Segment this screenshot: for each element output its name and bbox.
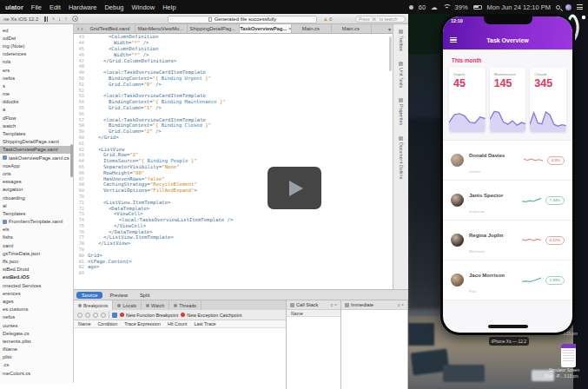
column-header[interactable]: Last Trace [194,321,215,326]
view-tab[interactable]: Split [135,292,155,299]
code-line[interactable]: 69VerticalOptions="FillAndExpand"> [74,188,393,194]
view-tab[interactable]: Preview [104,292,133,299]
sidebar-item[interactable]: ShippingDetailPage.xaml [0,138,73,146]
pause-button[interactable] [44,16,48,22]
call-stack-column[interactable]: Name [287,310,340,317]
spotlight-icon[interactable] [556,5,560,10]
menu-item[interactable]: Window [132,3,155,11]
sidebar-item[interactable]: a [0,106,73,114]
code-line[interactable]: 61 [74,140,393,146]
call-stack-body[interactable] [287,317,340,389]
code-line[interactable]: 63Grid.Row="2" [74,152,393,158]
app-menu-simulator[interactable]: ulator [5,3,23,11]
debug-tab[interactable]: Breakpoints [74,300,113,310]
code-line[interactable]: 60</Grid> [74,135,393,141]
code-line[interactable]: 70 [74,194,393,200]
gear-icon[interactable] [72,16,78,22]
sidebar-item[interactable]: ddocks [0,98,73,106]
sidebar-item[interactable]: ed [0,26,73,34]
sidebar-item[interactable]: Delegate.cs [0,329,73,337]
sidebar-item[interactable]: stBed.Droid [0,266,73,274]
toolbar-circle-button[interactable] [77,313,83,318]
view-tab[interactable]: Source [76,292,102,299]
immediate-body[interactable] [341,310,407,389]
code-line[interactable]: 75</ViewCell> [74,223,393,229]
code-line[interactable]: 78</ListView> [74,241,393,247]
menu-clock[interactable]: Mon Jun 24 12:10 PM [487,3,551,11]
code-line[interactable]: 46Width="*" /> [74,51,393,57]
stat-card[interactable]: Closed 345 [530,68,566,132]
pad-tab[interactable]: Toolbox [399,30,404,51]
sidebar-item[interactable]: Templates [0,209,73,217]
sidebar-item[interactable]: al [0,201,73,209]
editor-scrollbar[interactable] [389,36,392,71]
step-into-icon[interactable]: ↓ [58,16,62,22]
play-overlay-button[interactable] [268,167,321,209]
sidebar-item[interactable]: .cs [0,361,73,369]
code-line[interactable]: 68CachingStrategy="RecycleElement" [74,181,393,188]
editor-tab[interactable]: TaskOverviewPag... × [240,24,292,33]
toolbar-circle-button[interactable] [93,313,98,318]
editor-tab[interactable]: ShippingDetailPag... [188,24,240,33]
home-indicator[interactable] [488,325,528,328]
code-line[interactable]: 55Grid.Column="1" /> [74,105,393,111]
menu-item[interactable]: Debug [104,3,123,11]
code-line[interactable]: 64ItemsSource="{ Binding People }" [74,158,393,164]
menu-item[interactable]: File [31,3,42,11]
code-line[interactable]: 48 [74,63,393,69]
breakpoint-action-button[interactable]: New Function Breakpoint [120,313,178,318]
code-line[interactable]: 52 [74,87,393,93]
toolbar-circle-button[interactable] [85,313,90,318]
checkbox-icon[interactable] [112,313,117,318]
code-line[interactable]: 80Grid> [74,252,393,258]
sidebar-item[interactable]: Templates [0,129,73,137]
breakpoints-list-body[interactable] [74,328,286,389]
editor-tab[interactable]: MainMenuViewMo... [135,24,188,33]
person-row[interactable]: Janis Spector Inspector 7.34% [443,181,572,221]
record-icon[interactable] [409,5,413,10]
code-line[interactable]: 44Width="*" /> [74,40,393,46]
tab-nav-back-forward[interactable]: ‹ › [74,24,87,33]
code-line[interactable]: 43<ColumnDefinition [74,34,393,40]
code-line[interactable]: 74<local:TasksOverviewListItemTemplate /… [74,217,393,223]
sidebar-scrollbar[interactable] [70,144,73,177]
sidebar-item[interactable]: nboarding [0,194,73,201]
stat-card[interactable]: Maintenance 145 [490,68,526,132]
debug-tab[interactable]: Locals [113,300,142,310]
code-line[interactable]: 51Grid.Column="0" /> [74,81,393,87]
code-line[interactable]: 56 [74,110,393,116]
tab-close-icon[interactable]: × [288,26,291,31]
code-line[interactable]: 62<ListView [74,146,393,152]
editor-tab[interactable]: Main.cs [332,24,372,33]
editor-tab[interactable]: Main.cs [292,24,332,33]
sidebar-item[interactable]: rols [0,58,73,66]
sidebar-item[interactable]: fishs [0,234,73,241]
sidebar-item[interactable]: ing (Note) [0,42,73,49]
column-header[interactable]: Trace Expression [124,321,161,326]
code-line[interactable]: 71<ListView.ItemTemplate> [74,199,393,205]
toolbar-circle-button[interactable] [101,313,106,318]
code-line[interactable]: 47</Grid.ColumnDefinitions> [74,57,393,63]
sidebar-item[interactable]: watch [0,122,73,129]
code-line[interactable]: 82age> [74,264,393,270]
sidebar-item[interactable]: nceApp [0,162,73,169]
sidebar-item[interactable]: plist [0,353,73,361]
sidebar-item[interactable]: dFlow [0,114,73,122]
panel-menu-icon[interactable]: ≡ × [331,302,337,307]
sidebar-item[interactable]: nefos [0,313,73,321]
sidebar-item[interactable]: els [0,226,73,234]
code-line[interactable]: 57<local:TaskOverviewCardItemTemplate [74,116,393,122]
debug-tab[interactable]: Threads [169,300,202,310]
code-line[interactable]: 77</ListView.ItemTemplate> [74,234,393,241]
code-line[interactable]: 50BindingContext="{ Binding Urgent }" [74,76,393,82]
code-line[interactable]: 58BindingContext="{ Binding Closed }" [74,122,393,129]
code-line[interactable]: 81ntPage.Content> [74,258,393,264]
sidebar-item[interactable]: tements.plist [0,337,73,345]
sidebar-item[interactable]: xaml [0,241,73,249]
editor-tab[interactable]: GridTestBed.xaml [87,24,136,33]
sidebar-item[interactable]: es.customs [0,306,73,313]
sidebar-item[interactable]: FromItemTemplate.xaml [0,218,73,226]
sidebar-item[interactable]: s [0,82,73,89]
sidebar-item[interactable]: TaskOverviewPage.xaml [0,146,73,154]
hamburger-menu-icon[interactable] [450,37,457,43]
